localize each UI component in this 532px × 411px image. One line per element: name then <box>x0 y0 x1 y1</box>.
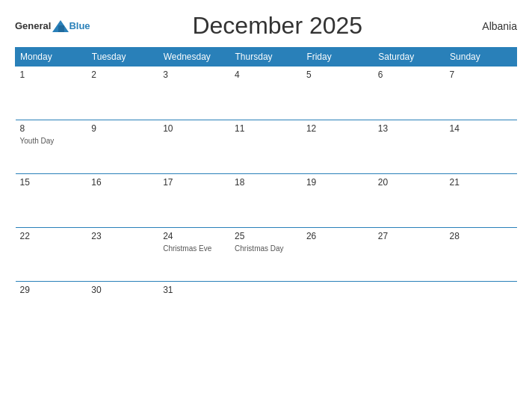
calendar-cell: 17 <box>158 174 230 228</box>
day-number: 3 <box>163 69 226 80</box>
day-number: 13 <box>378 123 441 134</box>
day-number: 31 <box>163 285 226 295</box>
calendar-cell: 9 <box>87 120 158 174</box>
calendar-cell: 15 <box>16 174 87 228</box>
calendar-cell <box>230 282 302 336</box>
calendar-cell: 28 <box>445 228 517 282</box>
day-number: 23 <box>91 231 154 241</box>
event-label: Youth Day <box>20 137 55 145</box>
days-of-week-row: Monday Tuesday Wednesday Thursday Friday… <box>16 48 517 67</box>
calendar-week-row: 15161718192021 <box>16 174 517 228</box>
header: General Blue December 2025 Albania <box>15 12 517 40</box>
day-number: 2 <box>91 69 154 80</box>
calendar-cell: 23 <box>87 228 158 282</box>
calendar-week-row: 8Youth Day91011121314 <box>16 120 517 174</box>
day-number: 16 <box>91 177 154 188</box>
event-label: Christmas Eve <box>163 244 211 253</box>
day-number: 7 <box>450 69 513 80</box>
day-number: 5 <box>306 69 369 80</box>
country-label: Albania <box>465 20 517 32</box>
calendar-table: Monday Tuesday Wednesday Thursday Friday… <box>15 47 517 336</box>
calendar-cell: 20 <box>374 174 445 228</box>
logo-general-text: General <box>15 20 51 31</box>
calendar-week-row: 1234567 <box>16 67 517 120</box>
day-number: 11 <box>235 123 297 134</box>
calendar-cell <box>374 282 445 336</box>
svg-marker-1 <box>58 25 64 32</box>
day-number: 1 <box>20 69 83 80</box>
calendar-cell: 21 <box>445 174 517 228</box>
day-number: 14 <box>450 123 513 134</box>
calendar-cell: 6 <box>374 67 445 120</box>
day-number: 24 <box>163 231 226 241</box>
calendar-cell: 19 <box>302 174 374 228</box>
calendar-title: December 2025 <box>90 12 465 40</box>
calendar-cell: 12 <box>302 120 374 174</box>
calendar-cell <box>302 282 374 336</box>
calendar-cell: 14 <box>445 120 517 174</box>
calendar-cell: 10 <box>158 120 230 174</box>
calendar-cell: 8Youth Day <box>16 120 87 174</box>
logo: General Blue <box>15 19 90 33</box>
calendar-cell: 5 <box>302 67 374 120</box>
day-number: 17 <box>163 177 226 188</box>
day-number: 25 <box>235 231 297 241</box>
calendar-cell: 25Christmas Day <box>230 228 302 282</box>
day-number: 18 <box>235 177 297 188</box>
day-number: 26 <box>306 231 369 241</box>
calendar-cell <box>445 282 517 336</box>
day-number: 27 <box>378 231 441 241</box>
day-number: 15 <box>20 177 83 188</box>
calendar-cell: 4 <box>230 67 302 120</box>
col-tuesday: Tuesday <box>87 48 158 67</box>
calendar-cell: 22 <box>16 228 87 282</box>
day-number: 9 <box>91 123 154 134</box>
calendar-cell: 16 <box>87 174 158 228</box>
calendar-cell: 31 <box>158 282 230 336</box>
calendar-cell: 2 <box>87 67 158 120</box>
col-wednesday: Wednesday <box>158 48 230 67</box>
col-monday: Monday <box>16 48 87 67</box>
day-number: 22 <box>20 231 83 241</box>
col-sunday: Sunday <box>445 48 517 67</box>
day-number: 10 <box>163 123 226 134</box>
day-number: 19 <box>306 177 369 188</box>
calendar-cell: 7 <box>445 67 517 120</box>
calendar-week-row: 293031 <box>16 282 517 336</box>
calendar-cell: 30 <box>87 282 158 336</box>
calendar-body: 12345678Youth Day91011121314151617181920… <box>16 67 517 336</box>
logo-blue-text: Blue <box>69 20 90 31</box>
day-number: 8 <box>20 123 83 134</box>
calendar-cell: 18 <box>230 174 302 228</box>
day-number: 12 <box>306 123 369 134</box>
page: General Blue December 2025 Albania Monda… <box>0 0 532 411</box>
calendar-week-row: 222324Christmas Eve25Christmas Day262728 <box>16 228 517 282</box>
calendar-cell: 13 <box>374 120 445 174</box>
col-thursday: Thursday <box>230 48 302 67</box>
col-friday: Friday <box>302 48 374 67</box>
calendar-cell: 11 <box>230 120 302 174</box>
day-number: 30 <box>91 285 154 295</box>
calendar-cell: 27 <box>374 228 445 282</box>
calendar-cell: 1 <box>16 67 87 120</box>
event-label: Christmas Day <box>235 244 284 253</box>
day-number: 20 <box>378 177 441 188</box>
day-number: 29 <box>20 285 83 295</box>
day-number: 6 <box>378 69 441 80</box>
day-number: 4 <box>235 69 297 80</box>
calendar-cell: 24Christmas Eve <box>158 228 230 282</box>
calendar-cell: 26 <box>302 228 374 282</box>
calendar-header: Monday Tuesday Wednesday Thursday Friday… <box>16 48 517 67</box>
col-saturday: Saturday <box>374 48 445 67</box>
calendar-cell: 29 <box>16 282 87 336</box>
day-number: 28 <box>450 231 513 241</box>
logo-icon <box>52 19 69 33</box>
day-number: 21 <box>450 177 513 188</box>
calendar-cell: 3 <box>158 67 230 120</box>
